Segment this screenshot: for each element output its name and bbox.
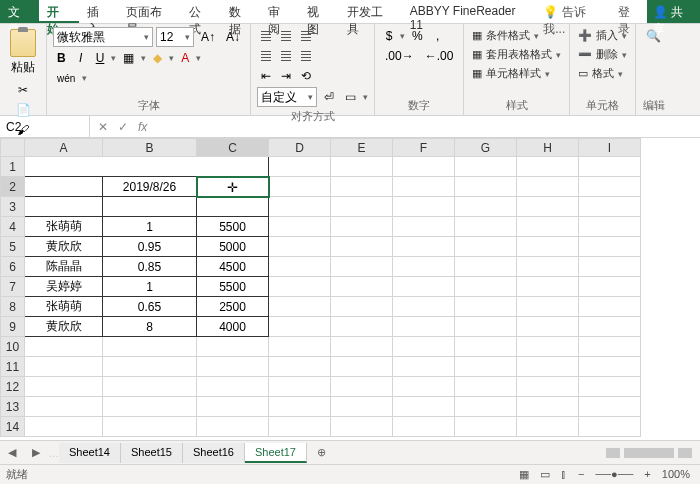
menu-tab[interactable]: 公式 <box>181 0 220 23</box>
cell[interactable]: 黄欣欣 <box>25 237 103 257</box>
sheet-tab[interactable]: Sheet17 <box>245 443 307 463</box>
login[interactable]: 登录 <box>612 0 647 23</box>
cell[interactable]: 黄欣欣 <box>25 317 103 337</box>
row-header[interactable]: 5 <box>1 237 25 257</box>
cell[interactable]: 2500 <box>197 297 269 317</box>
col-header[interactable]: E <box>331 139 393 157</box>
cell-style-button[interactable]: ▦ 单元格样式 ▾ <box>470 65 563 82</box>
cell[interactable]: 1 <box>103 217 197 237</box>
menu-tab[interactable]: 开发工具 <box>339 0 402 23</box>
merge-button[interactable]: ▭ <box>341 88 360 106</box>
cell[interactable]: 陈晶晶 <box>25 257 103 277</box>
menu-tab[interactable]: 数据 <box>221 0 260 23</box>
font-color-button[interactable]: A <box>177 49 193 67</box>
align-left-button[interactable] <box>257 47 275 65</box>
align-right-button[interactable] <box>297 47 315 65</box>
row-header[interactable]: 6 <box>1 257 25 277</box>
col-header[interactable]: C <box>197 139 269 157</box>
row-header[interactable]: 3 <box>1 197 25 217</box>
name-box[interactable]: C2 <box>0 116 90 137</box>
tab-nav-next[interactable]: ▶ <box>24 446 48 459</box>
zoom-in-button[interactable]: + <box>640 468 654 480</box>
decrease-indent-button[interactable]: ⇤ <box>257 67 275 85</box>
format-cells-button[interactable]: ▭ 格式 ▾ <box>576 65 629 82</box>
font-name-combo[interactable]: 微软雅黑▾ <box>53 27 153 47</box>
horiz-scroll[interactable] <box>606 448 700 458</box>
paste-button[interactable]: 粘贴 <box>6 27 40 78</box>
cell[interactable]: 8 <box>103 317 197 337</box>
row-header[interactable]: 13 <box>1 397 25 417</box>
phonetic-button[interactable]: wén <box>53 69 79 87</box>
normal-view-button[interactable]: ▦ <box>515 468 533 480</box>
cell[interactable]: 记录时间 <box>25 177 103 197</box>
increase-font-button[interactable]: A↑ <box>197 28 219 46</box>
col-header[interactable]: A <box>25 139 103 157</box>
menu-tab[interactable]: 页面布局 <box>118 0 181 23</box>
row-header[interactable]: 7 <box>1 277 25 297</box>
bold-button[interactable]: B <box>53 49 70 67</box>
cell[interactable]: 员工姓名 <box>25 197 103 217</box>
page-break-button[interactable]: ⫿ <box>557 468 571 480</box>
decrease-font-button[interactable]: A↓ <box>222 28 244 46</box>
col-header[interactable]: F <box>393 139 455 157</box>
row-header[interactable]: 2 <box>1 177 25 197</box>
col-header[interactable]: D <box>269 139 331 157</box>
menu-tab[interactable]: 开始 <box>39 0 78 23</box>
cell[interactable]: 5500 <box>197 277 269 297</box>
col-header[interactable]: G <box>455 139 517 157</box>
underline-button[interactable]: U <box>92 49 109 67</box>
font-size-combo[interactable]: 12▾ <box>156 27 194 47</box>
find-button[interactable]: 🔍 <box>642 27 665 45</box>
insert-cells-button[interactable]: ➕ 插入 ▾ <box>576 27 629 44</box>
share-button[interactable]: 👤 共享 <box>647 0 700 23</box>
enter-icon[interactable]: ✓ <box>118 120 128 134</box>
cell[interactable]: 工资 <box>197 197 269 217</box>
row-header[interactable]: 14 <box>1 417 25 437</box>
percent-button[interactable]: % <box>408 27 427 45</box>
sheet-tab[interactable]: Sheet16 <box>183 443 245 463</box>
cell[interactable]: 0.95 <box>103 237 197 257</box>
tab-nav-prev[interactable]: ◀ <box>0 446 24 459</box>
col-header[interactable]: H <box>517 139 579 157</box>
table-format-button[interactable]: ▦ 套用表格格式 ▾ <box>470 46 563 63</box>
conditional-format-button[interactable]: ▦ 条件格式 ▾ <box>470 27 563 44</box>
cell[interactable]: 4000 <box>197 317 269 337</box>
orientation-button[interactable]: ⟲ <box>297 67 315 85</box>
menu-tab[interactable]: 审阅 <box>260 0 299 23</box>
zoom-slider[interactable]: ──●── <box>591 468 637 480</box>
cell[interactable]: 4500 <box>197 257 269 277</box>
col-header[interactable]: B <box>103 139 197 157</box>
delete-cells-button[interactable]: ➖ 删除 ▾ <box>576 46 629 63</box>
wrap-text-button[interactable]: ⏎ <box>320 88 338 106</box>
cell[interactable]: 0.85 <box>103 257 197 277</box>
menu-tab[interactable]: 插入 <box>79 0 118 23</box>
add-sheet-button[interactable]: ⊕ <box>307 446 336 459</box>
menu-tab[interactable]: 视图 <box>299 0 338 23</box>
zoom-out-button[interactable]: − <box>574 468 588 480</box>
row-header[interactable]: 12 <box>1 377 25 397</box>
cell[interactable]: 张萌萌 <box>25 297 103 317</box>
comma-button[interactable]: , <box>430 27 446 45</box>
row-header[interactable]: 10 <box>1 337 25 357</box>
cell[interactable]: 0.65 <box>103 297 197 317</box>
sheet-area[interactable]: A B C D E F G H I 1 快速输入技巧 2 记录时间 2019/8… <box>0 138 700 440</box>
row-header[interactable]: 11 <box>1 357 25 377</box>
tell-me[interactable]: 💡 告诉我... <box>537 0 611 23</box>
decrease-decimal-button[interactable]: ←.00 <box>421 47 458 65</box>
row-header[interactable]: 4 <box>1 217 25 237</box>
selected-cell[interactable] <box>197 177 269 197</box>
cell[interactable]: 1 <box>103 277 197 297</box>
menu-file[interactable]: 文件 <box>0 0 39 23</box>
cell[interactable]: 出勤率 <box>103 197 197 217</box>
increase-decimal-button[interactable]: .00→ <box>381 47 418 65</box>
col-header[interactable]: I <box>579 139 641 157</box>
align-top-button[interactable] <box>257 27 275 45</box>
align-bottom-button[interactable] <box>297 27 315 45</box>
cell[interactable]: 2019/8/26 <box>103 177 197 197</box>
page-layout-button[interactable]: ▭ <box>536 468 554 480</box>
align-center-button[interactable] <box>277 47 295 65</box>
cell[interactable]: 5500 <box>197 217 269 237</box>
row-header[interactable]: 1 <box>1 157 25 177</box>
increase-indent-button[interactable]: ⇥ <box>277 67 295 85</box>
align-middle-button[interactable] <box>277 27 295 45</box>
